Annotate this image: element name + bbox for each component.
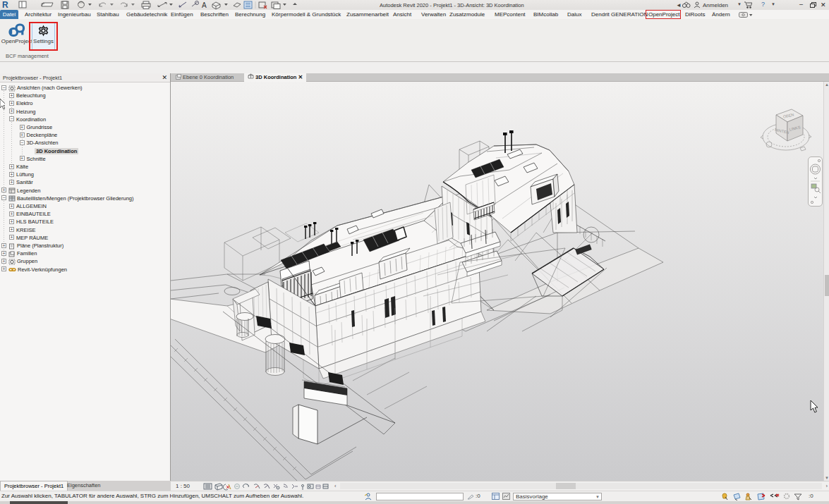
svg-text:A: A — [202, 1, 207, 9]
